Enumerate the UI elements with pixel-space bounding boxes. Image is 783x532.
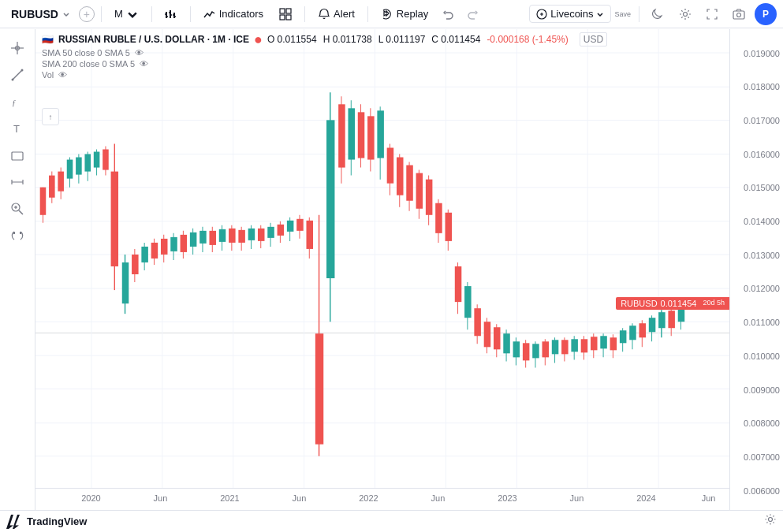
replay-button[interactable]: Replay — [375, 5, 434, 24]
price-label-08: 0.008000 — [744, 419, 780, 428]
time-label-jun2021: Jun — [293, 493, 307, 503]
close-value: C 0.011454 — [431, 34, 480, 45]
svg-rect-179 — [639, 323, 647, 337]
svg-rect-173 — [610, 337, 617, 350]
price-tag-value: 0.011454 — [661, 299, 697, 308]
price-label-14: 0.014000 — [744, 217, 780, 226]
price-label-15: 0.015000 — [744, 183, 780, 192]
svg-rect-119 — [348, 108, 355, 159]
settings-button[interactable] — [674, 3, 696, 25]
svg-rect-71 — [111, 172, 118, 266]
svg-rect-167 — [581, 339, 588, 352]
svg-rect-125 — [377, 110, 384, 158]
svg-rect-77 — [141, 247, 148, 262]
magnet-tool[interactable] — [5, 223, 30, 248]
user-avatar[interactable]: P — [755, 3, 777, 25]
text-tool[interactable]: T — [5, 116, 30, 141]
svg-rect-161 — [552, 340, 559, 354]
vol-visibility-toggle[interactable]: 👁 — [58, 70, 67, 80]
vol-label: Vol — [42, 70, 54, 80]
time-label-jun2020: Jun — [154, 493, 168, 503]
alert-label: Alert — [334, 8, 355, 20]
livecoins-button[interactable]: Livecoins — [529, 5, 611, 23]
sma200-visibility-toggle[interactable]: 👁 — [140, 59, 148, 69]
add-symbol-button[interactable]: + — [79, 6, 95, 22]
svg-rect-57 — [49, 176, 55, 198]
price-label-12: 0.012000 — [744, 284, 780, 293]
alert-icon — [318, 8, 330, 20]
timeframe-selector[interactable]: M — [108, 5, 145, 24]
grid-icon — [279, 8, 292, 20]
svg-rect-59 — [58, 172, 64, 192]
time-label-2021: 2021 — [220, 493, 239, 503]
shapes-tool[interactable] — [5, 143, 30, 168]
svg-rect-87 — [190, 233, 197, 247]
svg-point-188 — [769, 518, 773, 522]
main-toolbar: RUBUSD + M Indicators Alert Replay — [0, 0, 783, 28]
undo-button[interactable] — [438, 3, 460, 25]
svg-rect-129 — [397, 158, 404, 195]
svg-rect-127 — [387, 147, 394, 183]
svg-rect-137 — [435, 203, 442, 233]
svg-rect-143 — [464, 286, 472, 318]
chevron-down-icon — [62, 9, 71, 19]
toolbar-right: Livecoins Save P — [529, 3, 777, 25]
price-label-13: 0.013000 — [744, 251, 780, 260]
gear-icon — [764, 513, 777, 526]
chart-settings-button[interactable] — [764, 513, 777, 529]
tv-logo-icon — [6, 515, 22, 529]
separator-3 — [190, 6, 191, 22]
chevron-down-icon — [126, 8, 139, 20]
time-axis: 2020 Jun 2021 Jun 2022 Jun 2023 Jun 2024… — [35, 488, 729, 510]
separator-5 — [367, 6, 368, 22]
price-label-09: 0.009000 — [744, 385, 780, 395]
svg-rect-15 — [733, 11, 744, 19]
measure-tool[interactable] — [5, 169, 30, 195]
separator-1 — [101, 6, 102, 22]
svg-rect-155 — [523, 343, 530, 360]
line-tool[interactable] — [5, 62, 30, 87]
chart-symbol-flag: 🇷🇺 — [42, 34, 54, 45]
symbol-selector[interactable]: RUBUSD — [6, 5, 76, 24]
sma50-visibility-toggle[interactable]: 👁 — [135, 48, 144, 58]
price-label-17: 0.017000 — [744, 116, 780, 125]
price-label-06: 0.006000 — [744, 486, 780, 496]
svg-rect-169 — [591, 337, 598, 350]
tradingview-label: TradingView — [27, 515, 87, 527]
alert-button[interactable]: Alert — [311, 5, 361, 24]
separator-2 — [151, 6, 152, 22]
svg-rect-185 — [668, 311, 675, 328]
candlestick-chart[interactable] — [35, 29, 729, 510]
svg-rect-107 — [287, 221, 294, 232]
svg-rect-99 — [248, 229, 255, 240]
fullscreen-button[interactable] — [701, 3, 723, 25]
redo-button[interactable] — [461, 3, 483, 25]
low-value: L 0.011197 — [378, 34, 426, 45]
chart-type-button[interactable] — [158, 5, 184, 24]
svg-rect-25 — [12, 152, 23, 160]
svg-rect-0 — [166, 12, 167, 18]
camera-icon — [733, 8, 745, 20]
moon-icon — [652, 8, 665, 20]
replay-label: Replay — [397, 8, 428, 20]
svg-rect-11 — [280, 15, 285, 20]
collapse-indicator-btn[interactable]: ↑ — [42, 108, 59, 125]
templates-button[interactable] — [273, 5, 298, 24]
zoom-tool[interactable] — [5, 196, 30, 221]
chart-container[interactable]: 🇷🇺 RUSSIAN RUBLE / U.S. DOLLAR · 1M · IC… — [35, 29, 783, 510]
svg-rect-85 — [181, 235, 188, 252]
svg-rect-109 — [296, 219, 304, 231]
moon-button[interactable] — [647, 3, 669, 25]
time-label-jun2023: Jun — [570, 493, 584, 503]
svg-rect-63 — [76, 158, 82, 175]
chart-header: 🇷🇺 RUSSIAN RUBLE / U.S. DOLLAR · 1M · IC… — [42, 32, 607, 80]
svg-rect-10 — [286, 9, 291, 13]
svg-rect-133 — [416, 173, 423, 209]
fibonacci-tool[interactable]: ƒ — [5, 89, 30, 114]
crosshair-tool[interactable] — [5, 35, 30, 61]
svg-rect-151 — [503, 333, 510, 353]
separator-4 — [304, 6, 305, 22]
price-tag-symbol-label: RUBUSD — [621, 299, 657, 308]
indicators-button[interactable]: Indicators — [197, 5, 270, 24]
camera-button[interactable] — [728, 3, 750, 25]
